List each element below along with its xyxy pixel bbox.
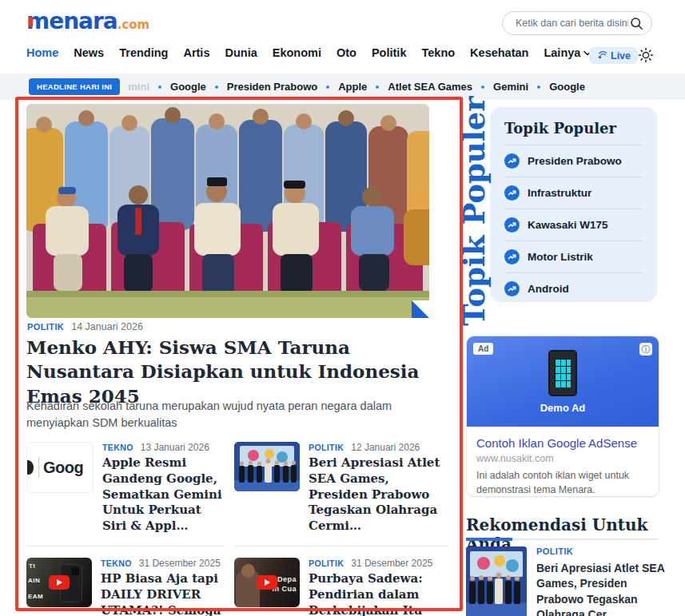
recommended-article-title[interactable]: Beri Apresiasi Atlet SEA Games, Presiden…	[536, 561, 671, 616]
topik-item-motor-listrik[interactable]: Motor Listrik	[504, 240, 643, 272]
recommended-article-thumbnail[interactable]	[466, 546, 527, 616]
topik-label: Motor Listrik	[528, 251, 593, 263]
apple-logo-partial	[26, 460, 34, 475]
topik-label: Presiden Prabowo	[528, 155, 622, 167]
live-button[interactable]: Live	[589, 47, 638, 64]
news-homepage: menara.com Home News Trending Artis Duni…	[0, 0, 685, 616]
category-tag[interactable]: POLITIK	[536, 546, 671, 556]
thumb-text-fragment: AIN	[28, 577, 40, 584]
broadcast-icon	[596, 50, 607, 61]
topik-label: Android	[528, 283, 569, 295]
hero-category-tag[interactable]: POLITIK	[27, 322, 64, 332]
trending-up-icon	[504, 217, 520, 232]
video-thumbnail-phone-review[interactable]: TI AIN EAM	[26, 558, 92, 607]
topik-item-presiden-prabowo[interactable]: Presiden Prabowo	[504, 145, 643, 177]
article-card-oneplus[interactable]: TI AIN EAM TEKNO31 Desember 2025 HP Bias…	[26, 558, 224, 616]
article-title[interactable]: Beri Apresiasi Atlet SEA Games, Presiden…	[309, 455, 448, 535]
ticker-item[interactable]: Presiden Prabowo	[227, 81, 317, 93]
ticker-item[interactable]: Gemini	[493, 81, 528, 93]
nav-item-news[interactable]: News	[74, 46, 104, 59]
topik-label: Infrastruktur	[528, 187, 591, 199]
ad-demo-label: Demo Ad	[540, 402, 586, 414]
nav-item-kesehatan[interactable]: Kesehatan	[470, 46, 528, 59]
play-icon[interactable]	[257, 575, 277, 590]
article-thumbnail-stage-photo[interactable]	[234, 442, 300, 491]
nav-item-oto[interactable]: Oto	[337, 46, 356, 59]
article-date: 31 Desember 2025	[139, 558, 221, 569]
video-thumbnail-interview[interactable]: Depa ih Cua	[234, 558, 300, 607]
logo-tld: .com	[117, 18, 150, 32]
ad-body: Contoh Iklan Google AdSense www.nusakit.…	[467, 427, 659, 497]
theme-toggle-sun-icon[interactable]	[637, 46, 655, 64]
category-tag[interactable]: POLITIK	[309, 443, 344, 452]
ad-banner: Ad ⓘ Demo Ad	[467, 336, 659, 427]
trending-up-icon	[504, 249, 520, 264]
ticker-items: mini Google Presiden Prabowo Apple Atlet…	[128, 81, 585, 93]
ticker-dot	[215, 85, 218, 89]
topik-populer-panel: Topik Populer Presiden Prabowo Infrastru…	[490, 107, 657, 302]
nav-item-trending[interactable]: Trending	[119, 46, 168, 59]
article-thumbnail-google-logo[interactable]: Goog	[26, 442, 94, 493]
ticker-item[interactable]: Google	[549, 81, 585, 93]
article-title[interactable]: HP Biasa Aja tapi DAILY DRIVER UTAMA?! S…	[101, 571, 224, 616]
ticker-item[interactable]: Google	[170, 81, 206, 93]
topik-item-kawasaki-w175[interactable]: Kawasaki W175	[504, 209, 643, 240]
topik-populer-heading: Topik Populer	[504, 120, 643, 137]
nav-item-lainya-label: Lainya	[544, 46, 580, 59]
grid-cell: POLITIK12 Januari 2026 Beri Apresiasi At…	[234, 442, 448, 546]
ticker-dot	[537, 85, 540, 89]
article-grid: Goog TEKNO13 Januari 2026 Apple Resmi Ga…	[26, 442, 448, 616]
divider	[38, 457, 39, 478]
headline-ticker: HEADLINE HARI INI mini Google Presiden P…	[0, 74, 685, 100]
search-bar[interactable]	[502, 11, 652, 35]
live-label: Live	[611, 50, 631, 62]
topik-list: Presiden Prabowo Infrastruktur Kawasaki …	[504, 145, 643, 304]
search-input[interactable]	[514, 17, 630, 30]
thumb-text-fragment: Depa	[277, 575, 297, 583]
nav-item-lainya[interactable]: Lainya	[544, 46, 591, 59]
article-card-apple-google[interactable]: Goog TEKNO13 Januari 2026 Apple Resmi Ga…	[26, 442, 224, 535]
hero-meta: POLITIK 14 Januari 2026	[27, 321, 143, 332]
article-card-purbaya[interactable]: Depa ih Cua POLITIK31 Desember 2025 Purb…	[234, 558, 448, 616]
ticker-dot	[326, 85, 329, 89]
main-nav: Home News Trending Artis Dunia Ekonomi O…	[26, 46, 591, 59]
nav-item-dunia[interactable]: Dunia	[225, 46, 257, 59]
hero-article-image[interactable]	[26, 104, 429, 318]
nav-item-tekno[interactable]: Tekno	[421, 46, 455, 59]
trending-up-icon	[504, 281, 520, 296]
article-date: 13 Januari 2026	[141, 442, 209, 453]
adsense-demo-card[interactable]: Ad ⓘ Demo Ad Contoh Iklan Google AdSense…	[466, 336, 659, 497]
category-tag[interactable]: TEKNO	[102, 443, 133, 452]
article-title[interactable]: Purbaya Sadewa: Pendirian dalam Berkebij…	[309, 571, 448, 616]
trending-up-icon	[504, 153, 520, 169]
article-date: 12 Januari 2026	[351, 442, 420, 453]
google-wordmark-partial: Goog	[43, 459, 83, 477]
nav-item-politik[interactable]: Politik	[372, 46, 407, 59]
ticker-dot	[376, 85, 379, 89]
nav-item-artis[interactable]: Artis	[183, 46, 209, 59]
logo-text: menara	[26, 8, 117, 34]
ticker-item[interactable]: Atlet SEA Games	[388, 81, 472, 93]
search-icon[interactable]	[630, 17, 643, 30]
thumb-text-fragment: EAM	[28, 593, 43, 600]
play-icon[interactable]	[49, 575, 70, 590]
recommended-article[interactable]: POLITIK Beri Apresiasi Atlet SEA Games, …	[466, 546, 671, 616]
category-tag[interactable]: TEKNO	[101, 558, 132, 568]
category-tag[interactable]: POLITIK	[309, 558, 344, 568]
ad-headline-link[interactable]: Contoh Iklan Google AdSense	[476, 436, 649, 450]
article-title[interactable]: Apple Resmi Gandeng Google, Sematkan Gem…	[102, 455, 224, 535]
ticker-dot	[481, 85, 484, 89]
nav-item-home[interactable]: Home	[26, 46, 58, 59]
topik-item-infrastruktur[interactable]: Infrastruktur	[504, 177, 643, 209]
ticker-item-faded[interactable]: mini	[128, 81, 149, 93]
hero-article-excerpt: Kehadiran sekolah taruna merupakan wujud…	[26, 398, 420, 433]
site-logo[interactable]: menara.com	[26, 8, 149, 34]
ticker-item[interactable]: Apple	[338, 81, 367, 93]
topik-label: Kawasaki W175	[528, 219, 608, 231]
grid-cell: Depa ih Cua POLITIK31 Desember 2025 Purb…	[234, 558, 448, 616]
topik-item-android[interactable]: Android	[504, 272, 643, 304]
trending-up-icon	[504, 185, 520, 201]
article-card-sea-games[interactable]: POLITIK12 Januari 2026 Beri Apresiasi At…	[234, 442, 448, 535]
ad-info-icon[interactable]: ⓘ	[639, 343, 652, 356]
nav-item-ekonomi[interactable]: Ekonomi	[273, 46, 321, 59]
